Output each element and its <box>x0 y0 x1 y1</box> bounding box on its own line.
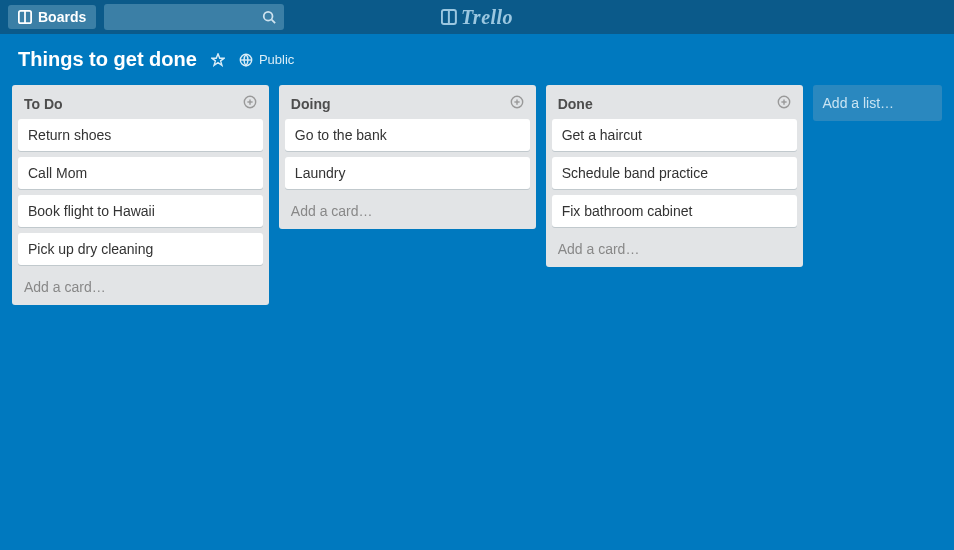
list-title[interactable]: Done <box>558 96 593 112</box>
search-input[interactable] <box>104 4 284 30</box>
card[interactable]: Get a haircut <box>552 119 797 151</box>
list-header: Doing <box>285 91 530 119</box>
visibility-label: Public <box>259 52 294 67</box>
add-card-button[interactable]: Add a card… <box>285 195 530 223</box>
list-menu-button[interactable] <box>243 95 257 113</box>
app-logo[interactable]: Trello <box>441 6 513 29</box>
star-button[interactable] <box>211 53 225 67</box>
trello-logo-icon <box>441 9 457 25</box>
add-card-button[interactable]: Add a card… <box>18 271 263 299</box>
list-header: To Do <box>18 91 263 119</box>
list-todo: To Do Return shoes Call Mom Book flight … <box>12 85 269 305</box>
list-menu-button[interactable] <box>510 95 524 113</box>
globe-icon <box>239 53 253 67</box>
plus-circle-icon <box>243 95 257 109</box>
visibility-button[interactable]: Public <box>239 52 294 67</box>
add-card-button[interactable]: Add a card… <box>552 233 797 261</box>
boards-button[interactable]: Boards <box>8 5 96 29</box>
boards-icon <box>18 10 32 24</box>
card[interactable]: Return shoes <box>18 119 263 151</box>
card[interactable]: Schedule band practice <box>552 157 797 189</box>
card[interactable]: Laundry <box>285 157 530 189</box>
card[interactable]: Pick up dry cleaning <box>18 233 263 265</box>
topbar: Boards Trello <box>0 0 954 34</box>
card[interactable]: Book flight to Hawaii <box>18 195 263 227</box>
card[interactable]: Call Mom <box>18 157 263 189</box>
svg-point-2 <box>264 12 273 21</box>
board-header: Things to get done Public <box>0 34 954 85</box>
list-header: Done <box>552 91 797 119</box>
list-menu-button[interactable] <box>777 95 791 113</box>
card[interactable]: Fix bathroom cabinet <box>552 195 797 227</box>
add-list-button[interactable]: Add a list… <box>813 85 942 121</box>
plus-circle-icon <box>777 95 791 109</box>
list-doing: Doing Go to the bank Laundry Add a card… <box>279 85 536 229</box>
boards-button-label: Boards <box>38 9 86 25</box>
plus-circle-icon <box>510 95 524 109</box>
board-title[interactable]: Things to get done <box>18 48 197 71</box>
list-done: Done Get a haircut Schedule band practic… <box>546 85 803 267</box>
list-title[interactable]: To Do <box>24 96 63 112</box>
card[interactable]: Go to the bank <box>285 119 530 151</box>
svg-marker-6 <box>212 53 224 64</box>
board-canvas: To Do Return shoes Call Mom Book flight … <box>0 85 954 305</box>
search-icon <box>262 10 276 24</box>
list-title[interactable]: Doing <box>291 96 331 112</box>
svg-line-3 <box>272 20 276 24</box>
star-icon <box>211 53 225 67</box>
app-logo-text: Trello <box>461 6 513 29</box>
